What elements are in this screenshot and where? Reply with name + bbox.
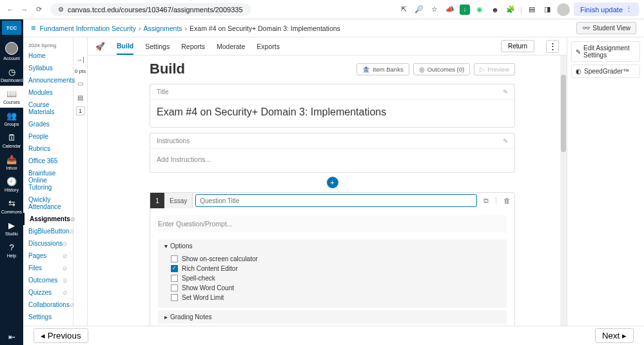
tab-exports[interactable]: Exports (257, 39, 280, 54)
forward-icon[interactable]: → (19, 5, 30, 15)
delete-icon[interactable]: 🗑 (503, 197, 511, 204)
next-button[interactable]: Next ▸ (595, 328, 634, 343)
question-number-nav[interactable]: 1 (76, 106, 85, 115)
tab-settings[interactable]: Settings (145, 39, 170, 54)
star-icon[interactable]: ☆ (429, 4, 440, 15)
course-nav-item[interactable]: Assignments⊘ (23, 213, 73, 225)
site-info-icon[interactable]: ⚙ (58, 6, 64, 13)
profile-avatar[interactable] (557, 3, 570, 16)
course-nav-item[interactable]: Modules (23, 86, 73, 99)
hidden-icon: ⊘ (63, 265, 68, 271)
speedgrader-link[interactable]: ◐SpeedGrader™ (571, 64, 640, 78)
institution-logo[interactable]: TCC (2, 21, 21, 35)
extensions-icon[interactable]: 🧩 (505, 4, 516, 15)
tab-build[interactable]: Build (117, 38, 133, 55)
previous-button[interactable]: ◂ Previous (34, 328, 88, 343)
options-toggle[interactable]: ▾Options (158, 239, 507, 253)
course-nav-item[interactable]: Outcomes⊘ (23, 274, 73, 286)
course-nav-item[interactable]: Qwickly Attendance (23, 193, 73, 213)
option-calculator[interactable]: Show on-screen calculator (171, 254, 494, 264)
item-banks-button[interactable]: 🏦Item Banks (356, 63, 409, 75)
reload-icon[interactable]: ⟳ (34, 5, 44, 15)
course-nav-item[interactable]: BigBlueButton⊘ (23, 225, 73, 237)
search-icon[interactable]: 🔍 (413, 4, 425, 15)
option-rce[interactable]: Rich Content Editor (171, 264, 494, 273)
course-nav-item[interactable]: Collaborations⊘ (23, 299, 73, 311)
course-nav-item[interactable]: Announcements (23, 74, 73, 86)
add-question-button[interactable]: + (327, 177, 338, 188)
option-wordlimit[interactable]: Set Word Limit (171, 293, 494, 302)
collapse-sidebar-icon[interactable]: →| (75, 54, 86, 64)
course-nav-item[interactable]: Quizzes⊘ (23, 286, 73, 299)
nav-courses[interactable]: 📖Courses (0, 86, 23, 108)
option-spellcheck[interactable]: Spell-check (171, 273, 494, 283)
edit-instructions-icon[interactable]: ✎ (503, 137, 508, 144)
course-nav-item[interactable]: Pages⊘ (23, 250, 73, 262)
hamburger-icon[interactable]: ≡ (31, 23, 36, 33)
breadcrumb-section[interactable]: Assignments (144, 25, 182, 32)
edit-assignment-settings-link[interactable]: ✎Edit Assignment Settings (571, 41, 640, 62)
ext-green-icon[interactable]: ↓ (460, 5, 470, 15)
build-scroll[interactable]: Build 🏦Item Banks ◎Outcomes (0) ▷Preview… (88, 55, 567, 326)
nav-groups[interactable]: 👥Groups (0, 108, 23, 130)
ext-announce-icon[interactable]: 📣 (444, 4, 456, 15)
course-nav-label: Office 365 (28, 157, 57, 164)
student-view-button[interactable]: 👓Student View (576, 22, 636, 34)
tab-reports[interactable]: Reports (181, 39, 205, 54)
course-nav-item[interactable]: People (23, 130, 73, 143)
groups-icon: 👥 (6, 111, 17, 121)
more-options-button[interactable]: ⋮ (546, 40, 559, 53)
course-nav-item[interactable]: Office 365 (23, 155, 73, 167)
nav-history[interactable]: 🕘History (0, 173, 23, 195)
nav-studio[interactable]: ▶Studio (0, 217, 23, 239)
nav-calendar[interactable]: 🗓Calendar (0, 130, 23, 152)
scrollbar-thumb[interactable] (561, 75, 566, 152)
course-nav-item[interactable]: Grades (23, 118, 73, 130)
side-panel-icon[interactable]: ◨ (542, 4, 553, 15)
stimulus-icon[interactable]: ▭ (75, 78, 86, 88)
ext-cute-icon[interactable]: ☻ (489, 4, 501, 15)
nav-collapse[interactable]: ⇤ (0, 329, 23, 345)
course-nav-item[interactable]: Home (23, 50, 73, 62)
course-nav-item[interactable]: Discussions⊘ (23, 237, 73, 250)
nav-dashboard[interactable]: ◷Dashboard (0, 64, 23, 86)
nav-inbox[interactable]: 📥Inbox (0, 152, 23, 173)
kebab-icon: ⋮ (549, 41, 557, 51)
outcomes-button[interactable]: ◎Outcomes (0) (413, 63, 471, 75)
course-nav-item[interactable]: Settings (23, 311, 73, 323)
breadcrumb-course[interactable]: Fundament Information Security (40, 25, 136, 32)
return-button[interactable]: Return (501, 40, 534, 52)
preview-button[interactable]: ▷Preview (474, 63, 515, 75)
course-nav-item[interactable]: Brainfuse Online Tutoring (23, 167, 73, 193)
course-nav-item[interactable]: Rubrics (23, 143, 73, 155)
question-prompt-input[interactable]: Enter Question/Prompt... (158, 215, 507, 233)
back-icon[interactable]: ← (5, 5, 15, 15)
course-nav-item[interactable]: Course Materials (23, 99, 73, 118)
finish-update-button[interactable]: Finish update ⋮ (574, 3, 639, 16)
reading-list-icon[interactable]: ▤ (526, 4, 538, 15)
bank-icon[interactable]: ▤ (75, 92, 86, 103)
course-nav-label: Quizzes (28, 289, 52, 296)
pagination-footer: ◂ Previous Next ▸ (23, 326, 644, 345)
option-wordcount[interactable]: Show Word Count (171, 283, 494, 293)
duplicate-icon[interactable]: ⧉ (483, 197, 489, 205)
address-bar[interactable]: ⚙ canvas.tccd.edu/courses/103467/assignm… (50, 3, 251, 16)
question-title-input[interactable] (195, 194, 477, 207)
course-nav-item[interactable]: Syllabus (23, 62, 73, 74)
tab-moderate[interactable]: Moderate (217, 39, 245, 54)
nav-account[interactable]: Account (0, 39, 23, 64)
scrollbar-track[interactable] (560, 55, 567, 326)
instructions-placeholder[interactable]: Add Instructions... (157, 155, 508, 163)
question-type-label[interactable]: Essay (164, 193, 193, 208)
open-external-icon[interactable]: ⇱ (398, 4, 409, 15)
edit-title-icon[interactable]: ✎ (503, 88, 508, 95)
drag-handle-icon[interactable]: ⋮ (493, 197, 500, 205)
nav-help[interactable]: ?Help (0, 239, 23, 261)
course-nav-item[interactable]: Files⊘ (23, 262, 73, 274)
grading-notes-toggle[interactable]: ▸Grading Notes (158, 310, 507, 324)
course-nav-label: Announcements (28, 77, 75, 84)
nav-commons[interactable]: ⇆Commons (0, 195, 23, 217)
glasses-icon: 👓 (582, 25, 590, 32)
chevron-down-icon: ▾ (164, 242, 168, 250)
ext-whatsapp-icon[interactable]: ◉ (474, 4, 485, 15)
